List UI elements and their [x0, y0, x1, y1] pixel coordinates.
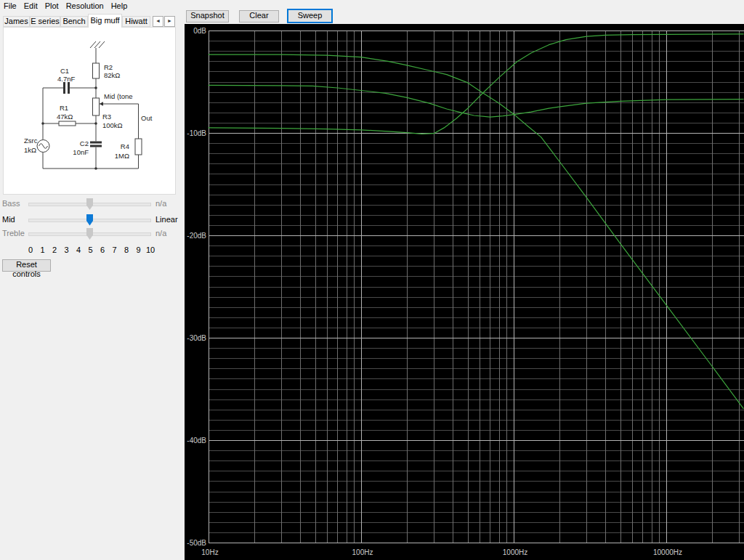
output-label: Out	[141, 114, 153, 122]
menu-item-plot[interactable]: Plot	[41, 0, 62, 12]
scale-number: 1	[40, 245, 44, 254]
component-ref-c1: C1	[60, 67, 69, 75]
menu-bar: FileEditPlotResolutionHelp	[0, 0, 744, 13]
tab-scroll-left-button[interactable]: ◄	[153, 16, 163, 27]
y-axis-label: -30dB	[187, 334, 206, 342]
component-ref-r4: R4	[121, 142, 129, 150]
clear-button[interactable]: Clear	[239, 10, 279, 23]
scale-number: 7	[112, 245, 116, 254]
frequency-response-plot: 0dB-10dB-20dB-30dB-40dB-50dB10Hz100Hz100…	[185, 24, 744, 560]
x-axis-label: 10Hz	[201, 548, 218, 556]
scale-number: 3	[64, 245, 68, 254]
slider-scale: 012345678910	[0, 245, 185, 255]
y-axis-label: -40dB	[187, 437, 206, 445]
scale-number: 9	[136, 245, 140, 254]
component-ref-zsrc: Zsrc	[24, 137, 38, 145]
y-axis-label: -50dB	[187, 539, 206, 547]
tab-james[interactable]: James	[3, 16, 30, 27]
x-axis-label: 1000Hz	[503, 548, 527, 556]
component-ref-c2: C2	[80, 139, 89, 147]
arrow-left-icon: ◄	[155, 18, 161, 23]
tab-big-muff[interactable]: Big muff	[88, 14, 122, 28]
component-value-r1: 47kΩ	[57, 113, 73, 121]
x-axis-label: 10000Hz	[653, 548, 682, 556]
component-value-zsrc: 1kΩ	[24, 146, 36, 154]
component-value-c1: 4.7nF	[57, 75, 75, 83]
slider-label: Bass	[2, 199, 20, 208]
response-curve-0	[209, 54, 743, 408]
x-axis-label: 100Hz	[352, 548, 373, 556]
scale-number: 5	[88, 245, 92, 254]
scale-number: 8	[124, 245, 129, 254]
component-value-r4: 1MΩ	[115, 152, 129, 160]
menu-item-help[interactable]: Help	[108, 0, 132, 12]
slider-label: Treble	[2, 229, 25, 238]
tab-e-series[interactable]: E series	[30, 16, 60, 27]
slider-value: n/a	[155, 229, 166, 238]
circuit-schematic: C14.7nFR282kΩR147kΩR3100kΩC210nFR41MΩZsr…	[4, 28, 175, 194]
scale-number: 10	[146, 245, 155, 254]
reset-controls-button[interactable]: Reset controls	[2, 259, 51, 272]
snapshot-button[interactable]: Snapshot	[186, 10, 229, 23]
slider-value: n/a	[155, 199, 166, 208]
slider-value: Linear	[155, 215, 178, 224]
circuit-panel: C14.7nFR282kΩR147kΩR3100kΩC210nFR41MΩZsr…	[3, 27, 176, 195]
scale-number: 0	[28, 245, 33, 254]
y-axis-label: -20dB	[187, 232, 206, 240]
menu-item-edit[interactable]: Edit	[20, 0, 41, 12]
y-axis-label: 0dB	[193, 27, 206, 35]
component-value-r2: 82kΩ	[104, 71, 120, 79]
slider-thumb-bass	[86, 198, 93, 210]
tab-bench[interactable]: Bench	[60, 16, 88, 27]
menu-item-resolution[interactable]: Resolution	[62, 0, 108, 12]
scale-number: 4	[76, 245, 81, 254]
slider-row-treble: Treblen/a	[0, 227, 185, 240]
component-ref-r3: R3	[102, 113, 111, 121]
tab-bar: ◄ ► JamesE seriesBenchBig muffHiwatt	[0, 14, 185, 28]
component-ref-r2: R2	[104, 63, 113, 71]
component-ref-r1: R1	[60, 104, 68, 112]
slider-label: Mid	[2, 215, 15, 224]
slider-thumb-mid[interactable]	[86, 214, 93, 226]
y-axis-label: -10dB	[187, 129, 206, 137]
scale-number: 2	[52, 245, 57, 254]
menu-item-file[interactable]: File	[0, 0, 20, 12]
slider-row-mid: MidLinear	[0, 214, 185, 227]
wiper-label: Mid (tone	[104, 92, 133, 100]
response-curve-1	[209, 85, 743, 117]
response-curve-2	[209, 34, 743, 134]
app-window: { "menu": { "items": ["File", "Edit", "P…	[0, 0, 744, 560]
component-value-c2: 10nF	[73, 148, 89, 156]
tab-scroll-right-button[interactable]: ►	[164, 16, 175, 27]
scale-number: 6	[100, 245, 105, 254]
plot-area: 0dB-10dB-20dB-30dB-40dB-50dB10Hz100Hz100…	[185, 24, 744, 560]
slider-row-bass: Bassn/a	[0, 198, 185, 211]
tab-hiwatt[interactable]: Hiwatt	[122, 16, 150, 27]
arrow-right-icon: ►	[167, 18, 172, 23]
sweep-button[interactable]: Sweep	[287, 9, 333, 23]
slider-thumb-treble	[86, 228, 93, 240]
component-value-r3: 100kΩ	[102, 121, 123, 129]
